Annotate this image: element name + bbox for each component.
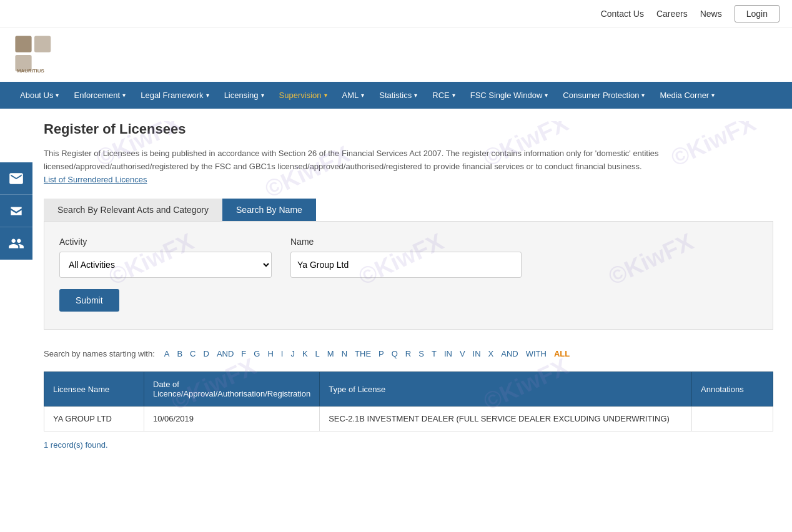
svg-rect-1 <box>34 36 51 52</box>
alpha-L[interactable]: L <box>314 348 322 359</box>
contact-us-link[interactable]: Contact Us <box>601 9 644 19</box>
search-tabs: Search By Relevant Acts and Category Sea… <box>44 199 773 221</box>
nav-about-us[interactable]: About Us ▾ <box>12 82 66 109</box>
activity-select[interactable]: All Activities <box>59 252 272 278</box>
submit-button[interactable]: Submit <box>59 289 119 312</box>
nav-fsc-single-window[interactable]: FSC Single Window ▾ <box>463 82 556 109</box>
alpha-R[interactable]: R <box>403 348 413 359</box>
alpha-I[interactable]: I <box>279 348 285 359</box>
alpha-IN2[interactable]: IN <box>471 348 483 359</box>
chevron-down-icon: ▾ <box>452 92 455 99</box>
top-bar: Contact Us Careers News Login <box>0 0 792 28</box>
activity-label: Activity <box>59 237 272 247</box>
table-body: YA GROUP LTD 10/06/2019 SEC-2.1B INVESTM… <box>44 406 773 431</box>
form-row: Activity All Activities Name <box>59 237 758 278</box>
alpha-C[interactable]: C <box>188 348 197 359</box>
activity-group: Activity All Activities <box>59 237 272 278</box>
chevron-down-icon: ▾ <box>261 92 264 99</box>
nav-rce[interactable]: RCE ▾ <box>425 82 462 109</box>
alpha-S[interactable]: S <box>417 348 426 359</box>
nav-media-corner[interactable]: Media Corner ▾ <box>652 82 722 109</box>
col-annotations: Annotations <box>692 372 773 406</box>
svg-rect-0 <box>15 36 31 52</box>
alpha-filter-label: Search by names starting with: <box>44 349 155 358</box>
page-title: Register of Licensees <box>44 121 773 137</box>
main-nav: About Us ▾ Enforcement ▾ Legal Framework… <box>0 82 792 109</box>
chevron-down-icon: ▾ <box>56 92 59 99</box>
tab-relevant-acts[interactable]: Search By Relevant Acts and Category <box>44 199 222 221</box>
table-header: Licensee Name Date of Licence/Approval/A… <box>44 372 773 406</box>
sidebar <box>0 162 32 260</box>
main-content: ©KiwFX ©KiwFX ©KiwFX ©KiwFX ©KiwFX ©KiwF… <box>0 109 792 468</box>
alpha-G[interactable]: G <box>252 348 262 359</box>
sidebar-newsletter-icon[interactable] <box>0 195 32 227</box>
chevron-down-icon: ▾ <box>641 92 645 99</box>
alpha-P[interactable]: P <box>377 348 386 359</box>
alpha-IN[interactable]: IN <box>442 348 454 359</box>
careers-link[interactable]: Careers <box>656 9 688 19</box>
chevron-down-icon: ▾ <box>414 92 417 99</box>
alpha-THE[interactable]: THE <box>353 348 373 359</box>
surrendered-licences-link[interactable]: List of Surrendered Licences <box>44 175 147 184</box>
header-row: Licensee Name Date of Licence/Approval/A… <box>44 372 773 406</box>
alpha-WITH[interactable]: WITH <box>524 348 548 359</box>
svg-text:MAURITIUS: MAURITIUS <box>17 68 44 74</box>
chevron-down-icon: ▾ <box>122 92 126 99</box>
chevron-down-icon: ▾ <box>711 92 715 99</box>
alpha-B[interactable]: B <box>175 348 184 359</box>
tab-search-by-name[interactable]: Search By Name <box>222 199 316 221</box>
nav-enforcement[interactable]: Enforcement ▾ <box>66 82 133 109</box>
alpha-T[interactable]: T <box>430 348 438 359</box>
name-group: Name <box>290 237 522 278</box>
chevron-down-icon: ▾ <box>206 92 209 99</box>
sidebar-email-icon[interactable] <box>0 162 32 195</box>
alpha-V[interactable]: V <box>458 348 467 359</box>
nav-legal-framework[interactable]: Legal Framework ▾ <box>133 82 216 109</box>
alpha-AND2[interactable]: AND <box>499 348 520 359</box>
sidebar-community-icon[interactable] <box>0 227 32 260</box>
alpha-A[interactable]: A <box>162 348 172 359</box>
cell-type: SEC-2.1B INVESTMENT DEALER (FULL SERVICE… <box>320 406 692 431</box>
chevron-down-icon: ▾ <box>361 92 364 99</box>
chevron-down-icon: ▾ <box>545 92 548 99</box>
logo[interactable]: MAURITIUS <box>12 33 56 77</box>
alpha-F[interactable]: F <box>239 348 248 359</box>
name-label: Name <box>290 237 522 247</box>
alphabet-filter: Search by names starting with: A B C D A… <box>44 348 773 359</box>
col-licensee-name: Licensee Name <box>44 372 144 406</box>
cell-date: 10/06/2019 <box>144 406 320 431</box>
alpha-J[interactable]: J <box>289 348 297 359</box>
page-description: This Register of Licensees is being publ… <box>44 147 773 186</box>
news-link[interactable]: News <box>700 9 722 19</box>
alpha-K[interactable]: K <box>300 348 310 359</box>
table-row: YA GROUP LTD 10/06/2019 SEC-2.1B INVESTM… <box>44 406 773 431</box>
fsc-logo-icon: MAURITIUS <box>12 33 56 77</box>
alpha-Q[interactable]: Q <box>390 348 400 359</box>
alpha-H[interactable]: H <box>265 348 275 359</box>
alpha-ALL[interactable]: ALL <box>552 348 572 359</box>
header: MAURITIUS <box>0 28 792 82</box>
nav-licensing[interactable]: Licensing ▾ <box>217 82 272 109</box>
records-found: 1 record(s) found. <box>44 440 773 450</box>
chevron-down-icon: ▾ <box>324 92 327 99</box>
alpha-N[interactable]: N <box>340 348 349 359</box>
col-type-of-license: Type of License <box>320 372 692 406</box>
name-input[interactable] <box>290 252 522 278</box>
nav-consumer-protection[interactable]: Consumer Protection ▾ <box>555 82 652 109</box>
col-date: Date of Licence/Approval/Authorisation/R… <box>144 372 320 406</box>
nav-supervision[interactable]: Supervision ▾ <box>272 82 335 109</box>
alpha-AND[interactable]: AND <box>215 348 235 359</box>
cell-annotations <box>692 406 773 431</box>
alpha-D[interactable]: D <box>201 348 210 359</box>
cell-licensee-name: YA GROUP LTD <box>44 406 144 431</box>
nav-aml[interactable]: AML ▾ <box>335 82 372 109</box>
login-button[interactable]: Login <box>735 5 780 22</box>
search-form: Activity All Activities Name Submit <box>44 221 773 330</box>
results-table: Licensee Name Date of Licence/Approval/A… <box>44 372 773 431</box>
nav-statistics[interactable]: Statistics ▾ <box>372 82 425 109</box>
alpha-X[interactable]: X <box>487 348 496 359</box>
alpha-M[interactable]: M <box>325 348 336 359</box>
